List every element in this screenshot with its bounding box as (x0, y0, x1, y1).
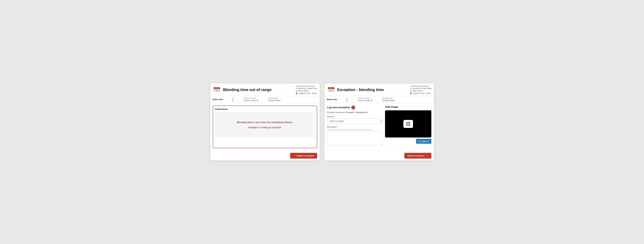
left-station: Station Name (298, 90, 309, 92)
right-process-order-value: Process Order ID (358, 99, 373, 102)
version-icon: 🖥 (296, 85, 297, 87)
description-placeholder: Please state what happened at which stag… (327, 129, 382, 130)
instructions-warning: Blending time is less then the predefine… (237, 121, 293, 124)
right-meta: 🖥 Development Version 📋 Blending of Soli… (410, 85, 431, 94)
left-body: Instructions Blending time is less then … (210, 103, 320, 151)
station-icon-right: 🖥 (410, 90, 412, 92)
right-menu-button[interactable]: Menu (328, 90, 334, 92)
instructions-title: Instructions (215, 108, 315, 110)
log-exception-title-row: Log new exception ! (327, 106, 382, 110)
log-exception-title: Log new exception (327, 106, 350, 109)
left-user: Logged-in User - Name (298, 92, 317, 94)
batch-icon-left: 📋 (296, 88, 298, 90)
left-meta-version-row: 🖥 Development Version (296, 85, 317, 87)
step-name-row: Exception step name: Exception - blendin… (327, 111, 382, 114)
right-id-value: ID (346, 99, 348, 102)
left-meta-batch-row: 📋 Blending of SolidX 60kg (296, 88, 317, 90)
left-batch: Blending of SolidX 60kg (298, 88, 317, 90)
left-batch-info: Batch info ID ID Process Order ID Proces… (210, 96, 320, 103)
left-product-name-label: Product Name (268, 97, 280, 99)
right-process-order-field: Process Order ID Process Order ID (355, 97, 376, 102)
description-row: Description * Please state what happened… (327, 126, 382, 146)
right-report-label: Report exception (408, 154, 424, 157)
capture-label: Capture (421, 140, 429, 142)
right-station: Station Name (412, 90, 423, 92)
left-report-label: Report exception (297, 154, 314, 157)
left-report-button[interactable]: → Report exception (290, 153, 317, 158)
left-process-order-field: Process Order ID Process Order ID (240, 97, 262, 102)
step-name-value: Exception - blending time (346, 111, 368, 114)
user-icon-right: 👤 (410, 92, 412, 94)
left-process-order-label: Process Order ID (244, 97, 258, 99)
left-product-name-value: Product Name (268, 99, 280, 102)
right-logo: TULIP (328, 87, 334, 89)
right-user: Logged-in User - Name (413, 92, 431, 94)
left-panel: TULIP Menu Blending time out of range 🖥 … (210, 84, 320, 160)
left-id-value: ID (232, 99, 234, 102)
log-exception-section: Log new exception ! Exception step name:… (327, 106, 382, 148)
right-report-button[interactable]: Report exception → (404, 153, 431, 158)
left-id-label: ID (232, 97, 234, 99)
version-icon-right: 🖥 (410, 85, 412, 87)
right-id-label: ID (346, 97, 348, 99)
right-body: Log new exception ! Exception step name:… (324, 103, 434, 151)
description-required: * (337, 126, 338, 128)
left-logo-menu: TULIP Menu (213, 87, 221, 92)
right-batch-info: Batch info ID ID Process Order ID Proces… (324, 96, 434, 103)
capture-button[interactable]: ⚙ Capture (416, 139, 431, 144)
right-footer: Report exception → (324, 151, 434, 160)
severity-select[interactable]: Select an option (327, 118, 382, 124)
right-meta-station-row: 🖥 Station Name (410, 90, 431, 92)
left-header: TULIP Menu Blending time out of range 🖥 … (210, 84, 320, 96)
left-logo: TULIP (214, 87, 220, 89)
severity-required: * (334, 116, 335, 118)
batch-icon-right: 📋 (410, 88, 412, 90)
instructions-content: Blending time is less then the predefine… (215, 112, 315, 138)
severity-label: Severity (327, 116, 334, 118)
severity-row: Severity * Select an option (327, 116, 382, 124)
user-icon-left: 👤 (296, 92, 298, 94)
right-header: TULIP Menu Exception - blending time 🖥 D… (324, 84, 434, 96)
right-product-name-label: Product Name (382, 97, 395, 99)
right-menu-label: Menu (330, 90, 334, 92)
station-icon-left: 🖥 (296, 90, 297, 92)
left-title: Blending time out of range (223, 88, 294, 92)
left-product-name-field: Product Name Product Name (265, 97, 284, 102)
left-menu-label: Menu (216, 90, 220, 92)
report-arrow-icon-left: → (293, 154, 296, 157)
right-panel: TULIP Menu Exception - blending time 🖥 D… (324, 84, 434, 160)
left-meta: 🖥 Development Version 📋 Blending of Soli… (296, 85, 317, 94)
report-arrow-icon-right: → (426, 154, 428, 157)
severity-label-row: Severity * (327, 116, 382, 118)
capture-icon: ⚙ (418, 140, 420, 142)
right-meta-version-row: 🖥 Development Version (410, 85, 431, 87)
add-image-title: Add image (385, 106, 398, 108)
step-name-label: Exception step name: Exception - blendin… (327, 111, 382, 114)
right-meta-batch-row: 📋 Blending of SolidX 60kg (410, 88, 431, 90)
image-icon-glyph: 🖼 (406, 121, 410, 127)
add-image-title-row: Add image (385, 106, 431, 108)
left-logo-text: TULIP (216, 88, 219, 89)
right-batch: Blending of SolidX 60kg (413, 88, 431, 90)
right-logo-menu: TULIP Menu (327, 87, 335, 92)
left-menu-button[interactable]: Menu (214, 90, 220, 92)
description-label-row: Description * (327, 126, 382, 128)
left-footer: → Report exception (210, 151, 320, 160)
right-meta-user-row: 👤 Logged-in User - Name (410, 92, 431, 94)
left-meta-user-row: 👤 Logged-in User - Name (296, 92, 317, 94)
right-process-order-label: Process Order ID (358, 97, 373, 99)
image-preview: 🖼 (385, 110, 431, 138)
right-logo-text: TULIP (330, 88, 334, 89)
right-title: Exception - blending time (337, 88, 408, 92)
image-placeholder-icon: 🖼 (404, 120, 413, 128)
left-id-field: ID ID (229, 97, 237, 102)
right-batch-label: Batch info (327, 98, 340, 100)
right-product-name-field: Product Name Product Name (379, 97, 398, 102)
description-textarea[interactable] (327, 131, 382, 146)
left-process-order-value: Process Order ID (244, 99, 258, 102)
add-image-section: Add image 🖼 ⚙ Capture (385, 106, 431, 148)
alert-badge: ! (351, 106, 355, 110)
right-id-field: ID ID (343, 97, 352, 102)
instructions-nav: Navigate to creating an exception (248, 126, 282, 129)
description-label: Description (327, 126, 336, 128)
